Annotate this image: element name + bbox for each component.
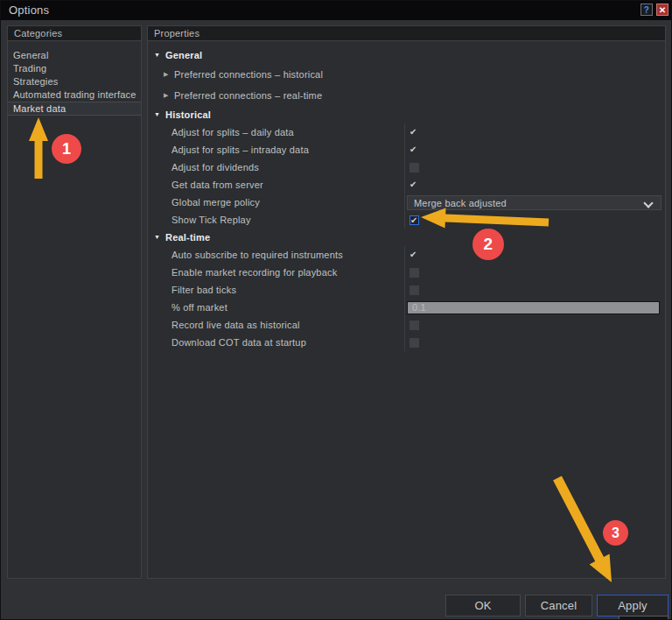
property-name-cell: Record live data as historical	[148, 316, 405, 334]
property-name-cell: Get data from server	[148, 176, 405, 194]
section-label: Real-time	[165, 232, 210, 243]
property-label: Get data from server	[172, 180, 263, 190]
property-value-cell: Merge back adjusted	[405, 194, 665, 211]
property-row-auto-subscribe-to-required-instruments[interactable]: Auto subscribe to required instruments✔	[148, 246, 665, 264]
check-icon: ✔	[410, 250, 417, 259]
property-row-record-live-data-as-historical[interactable]: Record live data as historical	[148, 316, 665, 334]
categories-header: Categories	[8, 26, 141, 41]
checkbox-filter-bad-ticks[interactable]	[410, 285, 419, 295]
chevron-down-icon	[643, 198, 653, 208]
property-label: Download COT data at startup	[172, 337, 306, 348]
input-off-market[interactable]: 0.1	[407, 301, 660, 314]
collapse-icon[interactable]: ▼	[154, 234, 161, 241]
property-name-cell: % off market	[148, 299, 405, 316]
property-row-adjust-for-splits-intraday-data[interactable]: Adjust for splits – intraday data✔	[148, 141, 665, 159]
property-value-cell: 0.1	[405, 299, 665, 316]
property-name-cell: Download COT data at startup	[148, 334, 405, 351]
collapse-icon[interactable]: ▼	[154, 52, 161, 59]
property-name-cell: Auto subscribe to required instruments	[148, 246, 405, 264]
close-button[interactable]: ✕	[656, 4, 668, 16]
check-icon: ✔	[410, 215, 418, 225]
check-icon: ✔	[410, 127, 417, 137]
property-value-cell: ✔	[405, 246, 665, 264]
annotation-badge-3: 3	[603, 520, 628, 546]
partial-window-edge	[619, 616, 668, 620]
property-label: Auto subscribe to required instruments	[172, 250, 343, 260]
checkbox-get-data-from-server[interactable]: ✔	[410, 180, 419, 190]
window-title: Options	[9, 4, 49, 17]
property-name-cell: ▶Preferred connections – historical	[148, 64, 405, 85]
property-name-cell: ▶Preferred connections – real-time	[148, 85, 405, 106]
sidebar-item-general[interactable]: General	[8, 49, 141, 62]
checkbox-enable-market-recording-for-playback[interactable]	[410, 268, 419, 278]
properties-grid: ▼General▶Preferred connections – histori…	[148, 41, 665, 351]
property-name-cell: Global merge policy	[148, 194, 405, 211]
property-label: Global merge policy	[172, 197, 260, 208]
property-row-adjust-for-dividends[interactable]: Adjust for dividends	[148, 159, 665, 176]
property-value-cell: ✔	[405, 176, 665, 194]
checkbox-auto-subscribe-to-required-instruments[interactable]: ✔	[410, 250, 419, 260]
annotation-badge-2: 2	[472, 229, 504, 260]
dropdown-value: Merge back adjusted	[414, 197, 507, 209]
expand-icon[interactable]: ▶	[164, 92, 171, 99]
checkbox-adjust-for-splits-intraday-data[interactable]: ✔	[410, 145, 419, 155]
property-row-show-tick-replay[interactable]: Show Tick Replay✔	[148, 211, 665, 229]
section-header-historical[interactable]: ▼Historical	[148, 106, 665, 123]
property-label: Preferred connections – real-time	[174, 90, 322, 101]
property-value-cell	[405, 316, 665, 334]
collapse-icon[interactable]: ▼	[154, 111, 161, 118]
sidebar-item-trading[interactable]: Trading	[8, 62, 141, 75]
sidebar-item-strategies[interactable]: Strategies	[8, 75, 141, 88]
property-row-adjust-for-splits-daily-data[interactable]: Adjust for splits – daily data✔	[148, 123, 665, 141]
checkbox-adjust-for-dividends[interactable]	[410, 163, 419, 173]
checkbox-adjust-for-splits-daily-data[interactable]: ✔	[410, 128, 419, 137]
annotation-badge-1: 1	[52, 134, 81, 164]
property-name-cell: Filter bad ticks	[148, 281, 405, 299]
property-value-cell	[405, 264, 665, 281]
property-label: Adjust for dividends	[172, 162, 259, 173]
checkbox-record-live-data-as-historical[interactable]	[410, 321, 419, 330]
property-label: % off market	[172, 302, 228, 313]
section-header-general[interactable]: ▼General	[148, 46, 665, 64]
property-row-off-market[interactable]: % off market0.1	[148, 299, 665, 316]
check-icon: ✔	[410, 144, 417, 154]
ok-button[interactable]: OK	[445, 595, 521, 616]
cancel-button[interactable]: Cancel	[525, 595, 592, 616]
property-label: Filter bad ticks	[172, 285, 236, 295]
property-value-cell	[405, 334, 665, 351]
property-name-cell: Adjust for splits – intraday data	[148, 141, 405, 159]
property-row-global-merge-policy[interactable]: Global merge policyMerge back adjusted	[148, 194, 665, 211]
property-value-cell: ✔	[405, 211, 665, 229]
property-label: Record live data as historical	[172, 320, 300, 330]
property-label: Show Tick Replay	[172, 215, 251, 225]
checkbox-show-tick-replay[interactable]: ✔	[410, 215, 419, 225]
property-value-cell: ✔	[405, 123, 665, 141]
help-button[interactable]: ?	[640, 4, 653, 16]
property-label: Enable market recording for playback	[172, 267, 337, 278]
property-value-cell	[405, 281, 665, 299]
check-icon: ✔	[410, 180, 417, 189]
property-name-cell: Enable market recording for playback	[148, 264, 405, 281]
property-name-cell: Adjust for dividends	[148, 159, 405, 176]
properties-panel: Properties ▼General▶Preferred connection…	[147, 25, 666, 579]
expand-icon[interactable]: ▶	[164, 71, 171, 78]
checkbox-download-cot-data-at-startup[interactable]	[410, 338, 419, 348]
property-row-preferred-connections-real-time[interactable]: ▶Preferred connections – real-time	[148, 85, 665, 106]
property-row-filter-bad-ticks[interactable]: Filter bad ticks	[148, 281, 665, 299]
property-name-cell: Adjust for splits – daily data	[148, 123, 405, 141]
property-value-cell: ✔	[405, 141, 665, 159]
section-header-real-time[interactable]: ▼Real-time	[148, 229, 665, 246]
properties-header: Properties	[148, 26, 665, 41]
property-row-enable-market-recording-for-playback[interactable]: Enable market recording for playback	[148, 264, 665, 281]
close-icon: ✕	[659, 5, 667, 15]
sidebar-item-automated-trading-interface[interactable]: Automated trading interface	[8, 88, 141, 102]
section-label: General	[165, 50, 202, 60]
property-name-cell: Show Tick Replay	[148, 211, 405, 229]
property-row-get-data-from-server[interactable]: Get data from server✔	[148, 176, 665, 194]
sidebar-item-market-data[interactable]: Market data	[8, 102, 141, 116]
property-row-preferred-connections-historical[interactable]: ▶Preferred connections – historical	[148, 64, 665, 85]
apply-button[interactable]: Apply	[597, 595, 668, 616]
property-row-download-cot-data-at-startup[interactable]: Download COT data at startup	[148, 334, 665, 351]
dropdown-global-merge-policy[interactable]: Merge back adjusted	[407, 195, 662, 210]
help-icon: ?	[644, 5, 649, 15]
